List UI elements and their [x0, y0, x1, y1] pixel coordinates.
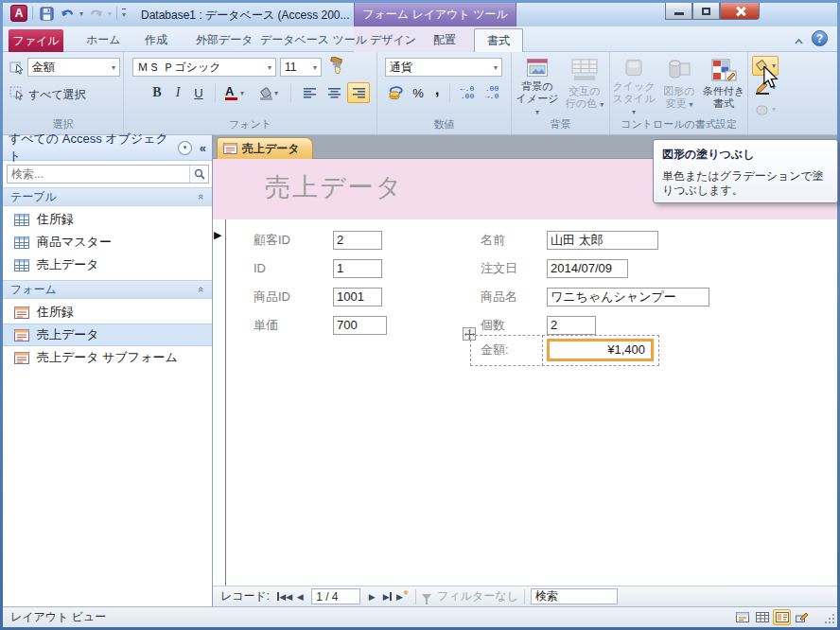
field-label-id[interactable]: ID [254, 259, 266, 278]
collapse-section-icon[interactable]: « [196, 194, 207, 200]
nav-item-form-uriage-data[interactable]: 売上データ [3, 324, 212, 346]
tab-arrange[interactable]: 配置 [433, 32, 456, 48]
nav-pane-menu-icon[interactable]: ▾ [178, 141, 192, 155]
field-value-tanka[interactable]: 700 [333, 316, 387, 335]
minimize-button[interactable] [665, 3, 692, 20]
tab-database-tools[interactable]: データベース ツール [260, 32, 367, 48]
undo-dropdown-icon[interactable]: ▾ [79, 9, 83, 18]
comma-format-button[interactable]: , [429, 82, 446, 103]
font-color-icon: A [225, 86, 237, 96]
quick-styles-icon [621, 58, 646, 78]
decrease-decimals-button[interactable]: .00 →.0 [480, 82, 504, 103]
tab-home[interactable]: ホーム [86, 32, 121, 48]
nav-item-form-uriage-subform[interactable]: 売上データ サブフォーム [3, 346, 212, 369]
layout-view-button[interactable] [773, 609, 791, 625]
align-left-button[interactable] [298, 82, 321, 103]
field-label-shouhin-id[interactable]: 商品ID [254, 288, 290, 306]
field-value-kosuu[interactable]: 2 [547, 316, 596, 335]
last-record-button[interactable]: ▶ [379, 589, 394, 604]
context-tool-title: フォーム レイアウト ツール [354, 3, 516, 26]
divider [290, 83, 291, 102]
move-handle-icon[interactable] [463, 327, 476, 341]
design-view-button[interactable] [793, 609, 811, 625]
document-tab-uriage-data[interactable]: 売上データ [217, 137, 313, 159]
background-image-button[interactable]: 背景の イメージ ▾ [514, 56, 561, 118]
bold-button[interactable]: B [147, 82, 167, 103]
resize-grip[interactable] [824, 613, 835, 624]
group-selection: 金額 ▾ すべて選択 選択 [3, 52, 124, 134]
collapse-section-icon[interactable]: « [196, 287, 207, 292]
nav-item-table-juushoroku[interactable]: 住所録 [3, 208, 212, 231]
field-value-kingaku-selected[interactable]: ¥1,400 [547, 339, 654, 361]
group-background: 背景の イメージ ▾ 交互の 行の色 ▾ 背景 [512, 52, 610, 134]
underline-button[interactable]: U [188, 82, 209, 103]
increase-decimals-icon: ←.0 .00 [461, 85, 474, 100]
form-icon [14, 352, 29, 364]
save-button[interactable] [38, 5, 55, 22]
field-label-tanka[interactable]: 単価 [254, 316, 278, 335]
maximize-button[interactable] [692, 3, 720, 20]
undo-button[interactable] [59, 5, 76, 22]
field-value-namae[interactable]: 山田 太郎 [547, 231, 658, 250]
tab-design[interactable]: デザイン [370, 32, 416, 48]
record-selector-arrow-icon[interactable]: ▶ [214, 229, 221, 241]
field-label-kingaku[interactable]: 金額: [481, 341, 509, 359]
next-record-button[interactable]: ▶ [364, 589, 379, 604]
nav-pane-header[interactable]: すべての Access オブジェクト ▾ « [3, 135, 212, 161]
tab-external-data[interactable]: 外部データ [196, 32, 254, 48]
nav-search-input[interactable] [8, 166, 189, 183]
field-label-chuumonbi[interactable]: 注文日 [481, 259, 517, 278]
fill-color-button[interactable]: ▾ [253, 82, 285, 103]
nav-item-table-uriage-data[interactable]: 売上データ [3, 254, 212, 276]
nav-pane-title: すべての Access オブジェクト [9, 131, 178, 165]
field-value-chuumonbi[interactable]: 2014/07/09 [547, 259, 628, 278]
font-color-button[interactable]: A ▾ [220, 82, 249, 103]
object-selector-combo[interactable]: 金額 ▾ [27, 58, 120, 77]
section-header-forms[interactable]: フォーム « [3, 280, 212, 299]
access-logo-icon[interactable]: A [10, 5, 27, 22]
currency-format-button[interactable] [385, 82, 408, 103]
record-position-box[interactable]: 1 / 4 [311, 588, 360, 604]
tab-format[interactable]: 書式 [474, 28, 523, 52]
field-value-shouhinmei[interactable]: ワニちゃんシャンプー [547, 288, 709, 306]
number-format-combo[interactable]: 通貨 ▾ [385, 58, 502, 77]
field-value-kokyaku-id[interactable]: 2 [333, 231, 382, 250]
new-record-button[interactable]: ▶* [394, 589, 410, 604]
font-size-combo[interactable]: 11 ▾ [280, 58, 322, 77]
design-view-icon [796, 612, 809, 622]
field-label-namae[interactable]: 名前 [481, 231, 505, 250]
nav-item-form-juushoroku[interactable]: 住所録 [3, 301, 212, 324]
record-navigation-bar: レコード: ◀◀ ◀ 1 / 4 ▶ ▶ ▶* フィルターなし [213, 586, 837, 606]
maximize-icon [702, 8, 710, 15]
font-name-combo[interactable]: ＭＳ Ｐゴシック ▾ [132, 58, 276, 77]
help-button[interactable]: ? [812, 30, 828, 46]
close-button[interactable] [720, 3, 760, 20]
increase-decimals-button[interactable]: ←.0 .00 [455, 82, 480, 103]
percent-format-button[interactable]: % [408, 82, 429, 103]
form-view-button[interactable] [733, 609, 751, 625]
search-button[interactable] [189, 166, 208, 183]
conditional-formatting-button[interactable]: 条件付き 書式 [701, 56, 746, 118]
field-value-shouhin-id[interactable]: 1001 [333, 288, 382, 306]
select-all-button[interactable]: すべて選択 [28, 87, 86, 103]
record-search-input[interactable] [531, 588, 618, 604]
field-label-shouhinmei[interactable]: 商品名 [481, 288, 517, 306]
qat-customize-icon[interactable]: ▾ [122, 9, 126, 19]
align-right-button[interactable] [347, 82, 370, 103]
shutter-close-icon[interactable]: « [200, 141, 206, 155]
section-header-tables[interactable]: テーブル « [3, 187, 212, 206]
align-center-button[interactable] [323, 82, 345, 103]
first-record-button[interactable]: ◀◀ [277, 589, 292, 604]
datasheet-view-button[interactable] [753, 609, 771, 625]
field-label-kosuu[interactable]: 個数 [481, 316, 505, 335]
previous-record-button[interactable]: ◀ [292, 589, 307, 604]
field-label-kokyaku-id[interactable]: 顧客ID [254, 231, 290, 250]
format-painter-icon[interactable] [328, 57, 345, 76]
tab-create[interactable]: 作成 [145, 32, 167, 48]
form-title[interactable]: 売上データ [265, 170, 403, 204]
nav-item-table-shouhin-master[interactable]: 商品マスター [3, 231, 212, 254]
tab-file[interactable]: ファイル [9, 29, 63, 52]
italic-button[interactable]: I [167, 82, 188, 103]
field-value-id[interactable]: 1 [333, 259, 382, 278]
minimize-ribbon-icon[interactable] [795, 36, 803, 46]
